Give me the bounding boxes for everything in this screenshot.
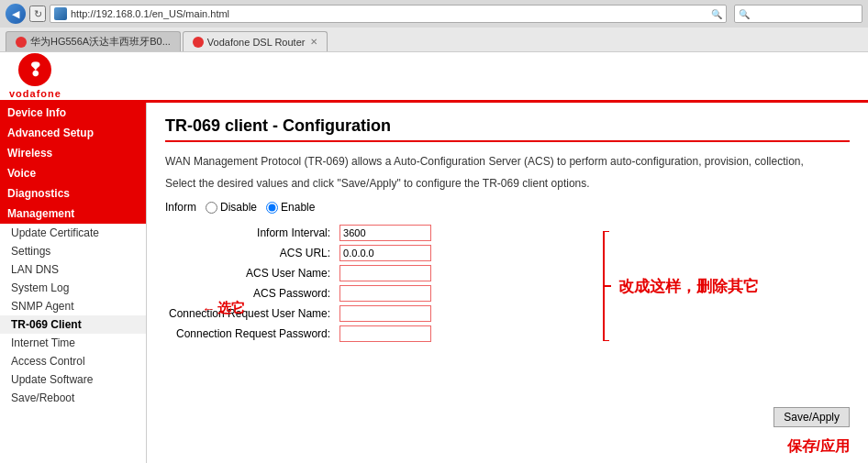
tab2-close-button[interactable]: ✕ xyxy=(310,37,317,47)
address-text: http://192.168.0.1/en_US/main.html xyxy=(71,8,707,19)
field-cell-1 xyxy=(336,243,435,263)
sidebar-item-advanced-setup[interactable]: Advanced Setup xyxy=(0,123,146,143)
vodafone-header: ❢ vodafone xyxy=(0,52,868,103)
search-magnifier: 🔍 xyxy=(739,9,750,19)
disable-label: Disable xyxy=(220,201,257,214)
vodafone-logo: ❢ vodafone xyxy=(9,53,61,99)
sidebar-item-settings[interactable]: Settings xyxy=(0,242,146,260)
page-wrapper: ❢ vodafone Device Info Advanced Setup Wi… xyxy=(0,52,868,463)
field-cell-0 xyxy=(336,223,435,243)
vodafone-circle-icon: ❢ xyxy=(18,53,51,86)
sidebar-item-diagnostics[interactable]: Diagnostics xyxy=(0,183,146,204)
main-area: Device Info Advanced Setup Wireless Voic… xyxy=(0,103,868,463)
fields-table: Inform Interval: ACS URL: ACS User Name: xyxy=(165,223,435,344)
vodafone-brand-text: vodafone xyxy=(9,88,61,99)
table-row: ACS URL: xyxy=(165,243,435,263)
sidebar-item-wireless[interactable]: Wireless xyxy=(0,143,146,163)
table-row: ACS User Name: xyxy=(165,263,435,283)
sidebar-item-snmp-agent[interactable]: SNMP Agent xyxy=(0,297,146,315)
sidebar-item-lan-dns[interactable]: LAN DNS xyxy=(0,260,146,279)
select-annotation-text: 选它 xyxy=(217,300,245,317)
sidebar-item-voice[interactable]: Voice xyxy=(0,163,146,183)
bracket-annotation: 改成这样，删除其它 xyxy=(596,231,759,341)
address-bar[interactable]: http://192.168.0.1/en_US/main.html 🔍 xyxy=(50,5,727,23)
field-input-0[interactable] xyxy=(339,225,431,241)
field-cell-2 xyxy=(336,263,435,283)
inform-row: Inform Disable Enable xyxy=(165,201,850,214)
field-input-3[interactable] xyxy=(339,285,431,302)
back-button[interactable]: ◀ xyxy=(6,4,26,24)
browser-tab-2[interactable]: Vodafone DSL Router ✕ xyxy=(183,31,328,51)
tab1-favicon xyxy=(16,37,27,48)
sidebar-item-system-log[interactable]: System Log xyxy=(0,279,146,297)
table-row: Inform Interval: xyxy=(165,223,435,243)
sidebar-item-update-software[interactable]: Update Software xyxy=(0,370,146,389)
page-title: TR-069 client - Configuration xyxy=(165,116,850,142)
main-content: TR-069 client - Configuration WAN Manage… xyxy=(147,103,868,463)
table-row: Connection Request Password: xyxy=(165,324,435,344)
field-input-2[interactable] xyxy=(339,265,431,281)
field-label-0: Inform Interval: xyxy=(165,223,336,243)
field-input-4[interactable] xyxy=(339,305,431,322)
save-apply-cn-label: 保存/应用 xyxy=(787,437,850,457)
tab2-label: Vodafone DSL Router xyxy=(207,37,306,48)
sidebar-item-device-info[interactable]: Device Info xyxy=(0,103,146,123)
field-label-4: Connection Request User Name: xyxy=(165,303,336,324)
disable-radio-label[interactable]: Disable xyxy=(206,201,257,214)
bracket-svg xyxy=(596,231,611,341)
field-label-2: ACS User Name: xyxy=(165,263,336,283)
field-cell-5 xyxy=(336,324,435,344)
field-label-5: Connection Request Password: xyxy=(165,324,336,344)
sidebar-item-internet-time[interactable]: Internet Time xyxy=(0,334,146,352)
browser-search-box[interactable]: 🔍 xyxy=(734,5,862,23)
enable-radio-label[interactable]: Enable xyxy=(266,201,315,214)
sidebar-item-update-cert[interactable]: Update Certificate xyxy=(0,224,146,242)
sidebar-item-save-reboot[interactable]: Save/Reboot xyxy=(0,389,146,407)
enable-label: Enable xyxy=(281,201,315,214)
field-cell-4 xyxy=(336,303,435,324)
description-1: WAN Management Protocol (TR-069) allows … xyxy=(165,153,850,170)
sidebar: Device Info Advanced Setup Wireless Voic… xyxy=(0,103,147,463)
sidebar-item-tr069-client[interactable]: TR-069 Client xyxy=(0,315,146,334)
field-label-3: ACS Password: xyxy=(165,283,336,303)
browser-tabs: 华为HG556A沃达丰西班牙B0... Vodafone DSL Router … xyxy=(0,28,868,51)
refresh-button[interactable]: ↻ xyxy=(29,6,46,22)
enable-radio[interactable] xyxy=(266,202,278,214)
tab2-favicon xyxy=(193,37,204,48)
tr069-arrow-annotation: ← 选它 xyxy=(202,300,245,317)
sidebar-item-access-control[interactable]: Access Control xyxy=(0,352,146,370)
sidebar-item-management[interactable]: Management xyxy=(0,204,146,224)
form-section: Inform Disable Enable Inform Interval: xyxy=(165,201,850,344)
tab1-label: 华为HG556A沃达丰西班牙B0... xyxy=(30,35,171,49)
address-icon xyxy=(54,7,67,20)
description-2: Select the desired values and click "Sav… xyxy=(165,175,850,192)
browser-tab-1[interactable]: 华为HG556A沃达丰西班牙B0... xyxy=(6,31,181,51)
field-input-5[interactable] xyxy=(339,325,431,342)
browser-chrome: ◀ ↻ http://192.168.0.1/en_US/main.html 🔍… xyxy=(0,0,868,52)
disable-radio[interactable] xyxy=(206,202,217,214)
arrow-left-icon: ← xyxy=(202,301,216,316)
inform-label: Inform xyxy=(165,201,196,214)
save-apply-button[interactable]: Save/Apply xyxy=(773,407,850,427)
field-label-1: ACS URL: xyxy=(165,243,336,263)
search-icon: 🔍 xyxy=(711,9,722,19)
field-input-1[interactable] xyxy=(339,245,431,261)
browser-toolbar: ◀ ↻ http://192.168.0.1/en_US/main.html 🔍… xyxy=(0,0,868,28)
field-cell-3 xyxy=(336,283,435,303)
annotation-right-text: 改成这样，删除其它 xyxy=(618,276,759,297)
